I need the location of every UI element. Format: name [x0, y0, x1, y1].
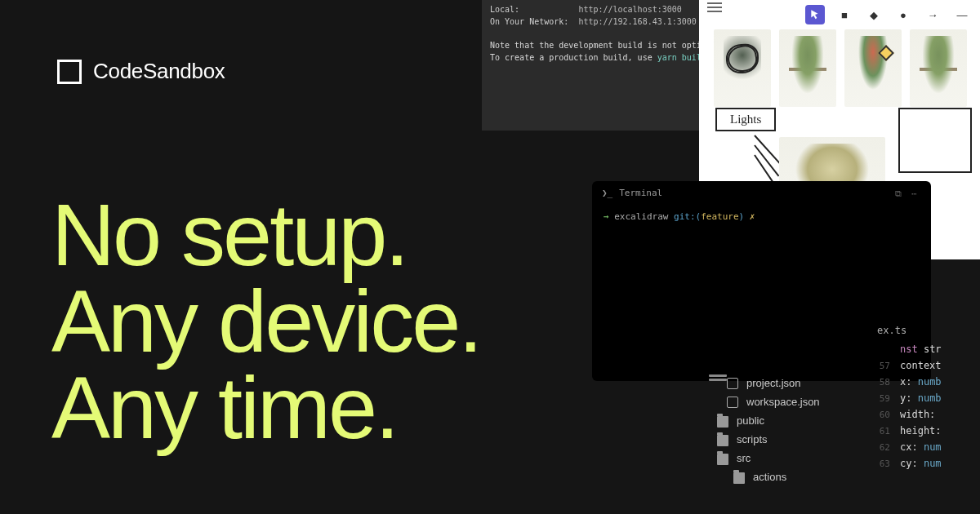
git-branch: feature [701, 211, 738, 222]
file-name: project.json [746, 377, 800, 389]
canvas-image[interactable] [910, 29, 967, 107]
line-number: 63 [872, 459, 890, 469]
dev-server-terminal: Local: http://localhost:3000 On Your Net… [482, 0, 699, 131]
file-tree-item[interactable]: project.json [701, 374, 872, 392]
headline-line-1: No setup. [51, 192, 480, 278]
code-text: width: [900, 409, 935, 420]
prompt-arrow: → [604, 211, 609, 222]
brand-name: CodeSandbox [93, 59, 225, 84]
folder-icon [717, 454, 728, 465]
folder-icon [717, 416, 728, 428]
terminal-title: Terminal [619, 188, 889, 198]
code-text: x: numb [900, 376, 942, 388]
file-tree-folder[interactable]: src [701, 449, 872, 467]
line-number: 59 [872, 393, 890, 404]
canvas-image[interactable] [844, 29, 902, 107]
code-line[interactable]: 62cx: num [872, 439, 980, 455]
pointer-tool-icon[interactable] [805, 5, 825, 24]
code-text: cx: num [900, 441, 942, 453]
line-number: 58 [872, 377, 890, 388]
line-number: 62 [872, 442, 890, 453]
hamburger-icon[interactable] [707, 7, 722, 8]
git-suffix: ) [739, 211, 745, 222]
headline-line-3: Any time. [51, 365, 480, 451]
code-text: nst str [900, 343, 942, 355]
file-name: workspace.json [746, 396, 820, 408]
code-editor[interactable]: ex.ts nst str57context58x: numb59y: numb… [872, 323, 980, 472]
local-label: Local: [490, 5, 519, 14]
headline-line-2: Any device. [51, 278, 480, 365]
canvas-text-label[interactable]: Lights [715, 108, 776, 131]
code-line[interactable]: 58x: numb [872, 374, 980, 390]
arrow-tool-icon[interactable]: → [923, 5, 942, 24]
folder-name: src [737, 452, 751, 464]
file-tree-item[interactable]: workspace.json [701, 392, 872, 411]
network-url: http://192.168.43.1:3000 [578, 17, 697, 26]
code-text: height: [900, 425, 942, 436]
editor-filename: ex.ts [877, 323, 980, 341]
headline: No setup. Any device. Any time. [51, 192, 480, 450]
code-line[interactable]: 63cy: num [872, 455, 980, 472]
code-text: context [900, 360, 942, 371]
logo-icon [57, 60, 82, 84]
network-label: On Your Network: [490, 17, 568, 26]
diamond-tool-icon[interactable]: ◆ [864, 5, 884, 24]
canvas-rectangle[interactable] [898, 108, 972, 173]
code-line[interactable]: 60width: [872, 406, 980, 423]
file-tree-folder[interactable]: public [701, 411, 872, 430]
git-prefix: git:( [674, 211, 701, 222]
file-tree-folder[interactable]: actions [701, 467, 872, 486]
line-tool-icon[interactable]: — [952, 5, 972, 24]
circle-tool-icon[interactable]: ● [893, 5, 913, 24]
line-number: 60 [872, 410, 890, 420]
local-url: http://localhost:3000 [578, 5, 681, 14]
drawing-toolbar: ■ ◆ ● → — [797, 0, 980, 29]
file-tree: project.json workspace.json public scrip… [701, 374, 872, 486]
file-icon [727, 378, 738, 389]
folder-icon [717, 435, 728, 446]
terminal-prompt-icon: ❯_ [602, 188, 612, 198]
line-number: 61 [872, 426, 890, 436]
prompt-dir: excalidraw [614, 211, 668, 222]
brand-logo: CodeSandbox [57, 59, 225, 84]
terminal-header: ❯_ Terminal ⧉ ⋯ [592, 181, 931, 205]
code-line[interactable]: 57context [872, 357, 980, 374]
split-terminal-icon[interactable]: ⧉ [895, 188, 905, 198]
code-line[interactable]: 59y: numb [872, 390, 980, 406]
terminal-body[interactable]: → excalidraw git:(feature) ✗ [592, 205, 931, 228]
canvas-image[interactable] [779, 29, 836, 107]
square-tool-icon[interactable]: ■ [835, 5, 854, 24]
code-line[interactable]: 61height: [872, 423, 980, 439]
git-dirty-icon: ✗ [750, 211, 755, 222]
folder-name: public [737, 414, 764, 427]
code-text: cy: num [900, 458, 942, 469]
folder-icon [733, 472, 745, 484]
file-tree-folder[interactable]: scripts [701, 430, 872, 449]
build-note-2a: To create a production build, use [490, 53, 657, 62]
build-note-1: Note that the development build is not o… [490, 39, 691, 51]
code-line[interactable]: nst str [872, 341, 980, 357]
file-icon [727, 397, 738, 408]
terminal-more-icon[interactable]: ⋯ [911, 188, 921, 198]
folder-name: actions [753, 471, 786, 483]
code-text: y: numb [900, 392, 942, 404]
line-number: 57 [872, 361, 890, 371]
folder-name: scripts [737, 433, 768, 445]
